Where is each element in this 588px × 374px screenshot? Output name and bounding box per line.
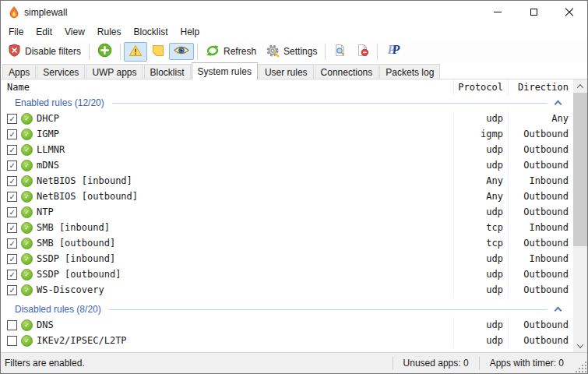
checkbox-checked[interactable]: ✓ [7,192,17,202]
document-remove-icon [356,44,369,59]
rule-direction: Inbound [508,220,573,235]
toolbar-separator [377,44,378,60]
rule-row[interactable]: ✓✓NTPudpOutbound [1,204,573,220]
rule-ok-icon: ✓ [21,144,33,156]
rule-row[interactable]: ✓✓IGMPigmpOutbound [1,126,573,142]
donate-paypal-button[interactable]: PP [381,43,406,60]
rule-row[interactable]: ✓✓NetBIOS [outbound]AnyOutbound [1,189,573,204]
eye-toggle-button[interactable] [169,43,194,60]
rule-protocol: udp [453,142,508,157]
rules-listview: Name Protocol Direction Enabled rules (1… [1,79,587,352]
tab-blocklist[interactable]: Blocklist [144,64,191,79]
scroll-up-button[interactable] [573,79,587,93]
rule-direction: Inbound [508,173,573,189]
rule-name: LLMNR [35,144,453,155]
rule-row[interactable]: ✓IKEv2/IPSEC/L2TPudpOutbound [1,333,573,348]
checkbox-checked[interactable]: ✓ [7,223,17,233]
checkbox-checked[interactable]: ✓ [7,238,17,249]
rule-ok-icon: ✓ [21,113,33,125]
rule-row[interactable]: ✓✓SMB [outbound]tcpOutbound [1,235,573,251]
checkbox-unchecked[interactable] [7,320,17,330]
checkbox-checked[interactable]: ✓ [7,161,17,171]
column-name[interactable]: Name [1,82,453,93]
menu-file[interactable]: File [2,24,30,40]
column-direction[interactable]: Direction [508,79,573,95]
minimize-button[interactable] [480,1,516,23]
tab-user-rules[interactable]: User rules [259,64,314,79]
clear-log-button[interactable] [351,41,374,62]
rule-protocol: udp [453,204,508,220]
tab-system-rules[interactable]: System rules [192,62,258,79]
titlebar: simplewall [1,1,587,23]
maximize-button[interactable] [516,1,551,23]
rule-protocol: udp [453,282,508,298]
scrollbar-thumb[interactable] [573,93,587,246]
warning-toggle-button[interactable] [124,42,147,62]
window-title: simplewall [24,7,480,18]
note-toggle-button[interactable] [147,42,169,62]
toolbar-separator [89,44,90,60]
refresh-icon [206,44,220,59]
rule-row[interactable]: ✓✓mDNSudpOutbound [1,157,573,173]
settings-button[interactable]: Settings [261,41,322,62]
menu-blocklist[interactable]: Blocklist [128,24,174,40]
rule-row[interactable]: ✓✓SSDP [outbound]udpOutbound [1,266,573,282]
settings-label: Settings [283,46,317,57]
rule-row[interactable]: ✓✓NetBIOS [inbound]AnyInbound [1,173,573,189]
menu-help[interactable]: Help [174,24,206,40]
close-button[interactable] [551,1,587,23]
rule-row[interactable]: ✓DNSudpOutbound [1,317,573,333]
tab-connections[interactable]: Connections [315,64,379,79]
rule-ok-icon: ✓ [21,222,33,234]
rule-protocol: udp [453,317,508,333]
collapse-chevron-icon[interactable] [555,100,562,108]
statusbar: Filters are enabled. Unused apps: 0 Apps… [1,352,587,373]
menu-rules[interactable]: Rules [91,24,128,40]
open-log-button[interactable] [329,41,351,62]
tab-uwp-apps[interactable]: UWP apps [86,64,143,79]
rules-list: Enabled rules (12/20)✓✓DHCPudpAny✓✓IGMPi… [1,95,573,348]
resize-grip[interactable] [574,360,586,372]
refresh-button[interactable]: Refresh [201,42,261,62]
rule-row[interactable]: ✓✓WS-DiscoveryudpOutbound [1,282,573,298]
disable-filters-button[interactable]: Disable filters [3,41,86,62]
rule-ok-icon: ✓ [21,269,33,280]
checkbox-checked[interactable]: ✓ [7,254,17,264]
rule-direction: Inbound [508,251,573,266]
menu-view[interactable]: View [58,24,91,40]
add-rule-button[interactable] [93,41,117,62]
rule-row[interactable]: ✓✓LLMNRudpOutbound [1,142,573,157]
checkbox-checked[interactable]: ✓ [7,176,17,186]
rule-row[interactable]: ✓✓SSDP [inbound]udpInbound [1,251,573,266]
toolbar-separator [120,44,121,60]
rule-name: DHCP [35,113,453,124]
scrollbar-track[interactable] [573,246,587,339]
column-protocol[interactable]: Protocol [453,79,508,95]
rule-ok-icon: ✓ [21,319,33,331]
minimize-icon [494,12,502,12]
checkbox-checked[interactable]: ✓ [7,145,17,155]
checkbox-checked[interactable]: ✓ [7,114,17,124]
tab-packets-log[interactable]: Packets log [379,64,440,79]
checkbox-checked[interactable]: ✓ [7,285,17,295]
menu-edit[interactable]: Edit [30,24,58,40]
chevron-down-icon [577,341,583,348]
rule-row[interactable]: ✓✓SMB [inbound]tcpInbound [1,220,573,235]
flame-app-icon [8,6,20,19]
tab-services[interactable]: Services [37,64,85,79]
tab-apps[interactable]: Apps [2,64,36,79]
checkbox-checked[interactable]: ✓ [7,270,17,280]
rule-ok-icon: ✓ [21,175,33,187]
checkbox-checked[interactable]: ✓ [7,129,17,139]
vertical-scrollbar[interactable] [573,79,587,352]
group-label: Enabled rules (12/20) [15,97,104,108]
rule-protocol: Any [453,173,508,189]
rule-ok-icon: ✓ [21,191,33,203]
scroll-down-button[interactable] [573,339,587,352]
rule-ok-icon: ✓ [21,238,33,249]
checkbox-unchecked[interactable] [7,336,17,346]
collapse-chevron-icon[interactable] [555,306,562,314]
checkbox-checked[interactable]: ✓ [7,207,17,217]
menubar: FileEditViewRulesBlocklistHelp [1,23,587,41]
rule-row[interactable]: ✓✓DHCPudpAny [1,111,573,126]
